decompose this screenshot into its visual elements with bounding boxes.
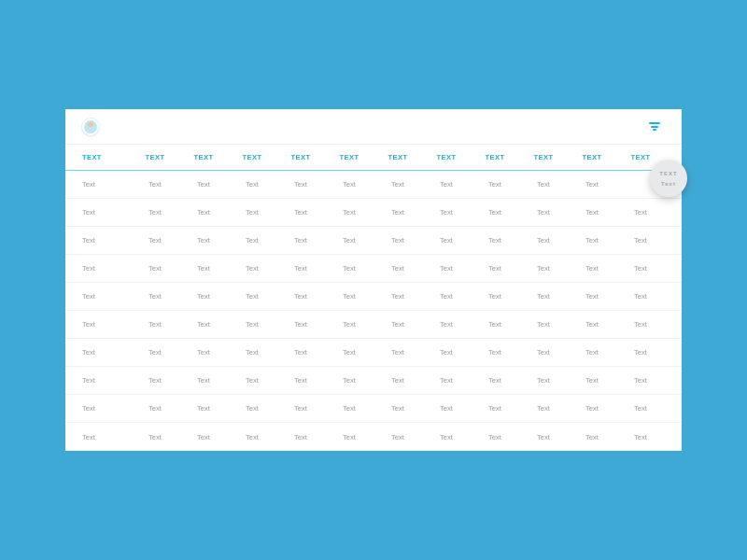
table-cell: Text	[276, 180, 325, 189]
table-cell: Text	[82, 292, 131, 301]
fab-button[interactable]: TEXT Text	[650, 160, 687, 197]
table-cell: Text	[616, 433, 665, 441]
table-cell: Text	[471, 292, 519, 301]
table-cell: Text	[131, 180, 179, 189]
table-cell: Text	[179, 348, 228, 357]
table-cell: Text	[82, 320, 131, 329]
table-header-cell[interactable]: TEXT	[422, 153, 471, 161]
table-cell: Text	[519, 236, 568, 245]
table-cell: Text	[422, 292, 471, 301]
table-row: TextTextTextTextTextTextTextTextTextText…	[65, 311, 682, 339]
card: TEXTTEXTTEXTTEXTTEXTTEXTTEXTTEXTTEXTTEXT…	[65, 109, 682, 451]
table-cell: Text	[179, 433, 228, 441]
table-cell: Text	[616, 376, 665, 385]
table-cell: Text	[422, 208, 471, 217]
table-cell: Text	[568, 236, 616, 245]
table-cell: Text	[131, 236, 179, 245]
table-header-cell[interactable]: TEXT	[179, 153, 228, 161]
table-cell: Text	[82, 208, 131, 217]
table-cell: Text	[82, 236, 131, 245]
table-cell: Text	[374, 180, 422, 189]
table-header-cell[interactable]: TEXT	[568, 153, 616, 161]
table-cell: Text	[568, 404, 616, 413]
table-header-row: TEXTTEXTTEXTTEXTTEXTTEXTTEXTTEXTTEXTTEXT…	[65, 145, 682, 171]
table-cell: Text	[374, 348, 422, 357]
table-header-cell[interactable]: TEXT	[325, 153, 374, 161]
table-header-cell[interactable]: TEXT	[276, 153, 325, 161]
table-row: TextTextTextTextTextTextTextTextTextText…	[65, 227, 682, 255]
table-cell: Text	[471, 348, 519, 357]
table-cell: Text	[471, 404, 519, 413]
table-cell: Text	[276, 264, 325, 273]
table-cell: Text	[568, 208, 616, 217]
table-cell: Text	[131, 292, 179, 301]
table-row: TextTextTextTextTextTextTextTextTextText…	[65, 171, 682, 199]
table-cell: Text	[519, 208, 568, 217]
table-cell: Text	[616, 264, 665, 273]
table-cell: Text	[82, 348, 131, 357]
table-cell: Text	[519, 433, 568, 441]
table-cell: Text	[471, 320, 519, 329]
table-cell: Text	[82, 404, 131, 413]
table-cell: Text	[519, 320, 568, 329]
table-cell: Text	[519, 404, 568, 413]
table-row: TextTextTextTextTextTextTextTextTextText…	[65, 339, 682, 367]
table-cell: Text	[276, 292, 325, 301]
fab-label-1: TEXT	[659, 171, 677, 176]
table-cell: Text	[519, 376, 568, 385]
table-header-cell[interactable]: TEXT	[471, 153, 519, 161]
table-header-cell[interactable]: TEXT	[374, 153, 422, 161]
avatar[interactable]	[82, 119, 99, 135]
table-cell: Text	[82, 376, 131, 385]
table-cell: Text	[325, 264, 374, 273]
table-cell: Text	[179, 264, 228, 273]
table-cell: Text	[325, 208, 374, 217]
table-cell: Text	[131, 264, 179, 273]
table-header-cell[interactable]: TEXT	[616, 153, 665, 161]
table-cell: Text	[276, 348, 325, 357]
table-cell: Text	[471, 433, 519, 441]
table-cell: Text	[519, 180, 568, 189]
table-cell: Text	[568, 320, 616, 329]
table-cell: Text	[131, 404, 179, 413]
table-row: TextTextTextTextTextTextTextTextTextText…	[65, 283, 682, 311]
table-cell: Text	[228, 236, 276, 245]
table-cell: Text	[179, 404, 228, 413]
table-cell: Text	[179, 208, 228, 217]
table-cell: Text	[568, 376, 616, 385]
table-cell: Text	[568, 180, 616, 189]
table-header-cell[interactable]: TEXT	[82, 153, 131, 161]
table-cell: Text	[131, 208, 179, 217]
table-cell: Text	[228, 264, 276, 273]
table-cell: Text	[374, 208, 422, 217]
table-cell: Text	[422, 180, 471, 189]
table-cell: Text	[131, 320, 179, 329]
table-cell: Text	[374, 264, 422, 273]
table-cell: Text	[325, 404, 374, 413]
table-cell: Text	[471, 376, 519, 385]
table-cell: Text	[228, 208, 276, 217]
table-cell: Text	[82, 264, 131, 273]
table-row: TextTextTextTextTextTextTextTextTextText…	[65, 423, 682, 451]
table-cell: Text	[422, 433, 471, 441]
table-cell: Text	[616, 320, 665, 329]
table-cell: Text	[276, 404, 325, 413]
table-cell: Text	[276, 376, 325, 385]
table-cell: Text	[179, 180, 228, 189]
table-cell: Text	[471, 264, 519, 273]
table-cell: Text	[325, 320, 374, 329]
table-cell: Text	[471, 208, 519, 217]
table-header-cell[interactable]: TEXT	[228, 153, 276, 161]
filter-icon[interactable]	[648, 120, 661, 133]
table-cell: Text	[471, 236, 519, 245]
table-cell: Text	[228, 348, 276, 357]
table-cell: Text	[179, 320, 228, 329]
table-row: TextTextTextTextTextTextTextTextTextText…	[65, 395, 682, 423]
table-header-cell[interactable]: TEXT	[519, 153, 568, 161]
table-row: TextTextTextTextTextTextTextTextTextText…	[65, 255, 682, 283]
table-cell: Text	[568, 264, 616, 273]
table-cell: Text	[616, 208, 665, 217]
table-row: TextTextTextTextTextTextTextTextTextText…	[65, 199, 682, 227]
table-header-cell[interactable]: TEXT	[131, 153, 179, 161]
table-cell: Text	[325, 348, 374, 357]
